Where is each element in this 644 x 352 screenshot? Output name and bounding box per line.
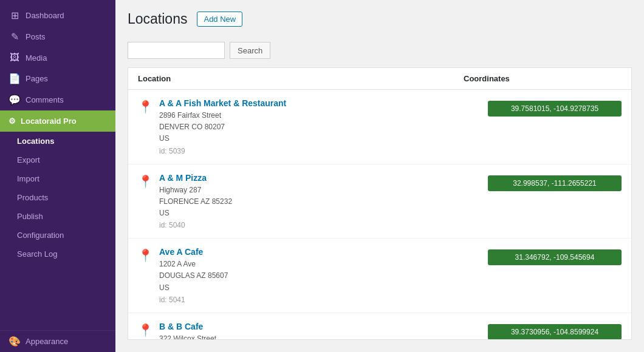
- sidebar-item-locatoraid[interactable]: ⚙ Locatoraid Pro: [0, 110, 115, 132]
- location-info: 📍 A & M Pizza Highway 287 FLORENCE AZ 85…: [138, 173, 488, 230]
- table-header: Location Coordinates: [128, 68, 631, 90]
- table-row: 📍 A & A Fish Market & Restaurant 2896 Fa…: [128, 90, 631, 164]
- table-row: 📍 Ave A Cafe 1202 A Ave DOUGLAS AZ 85607…: [128, 239, 631, 313]
- submenu-item-search-log[interactable]: Search Log: [0, 245, 115, 263]
- location-address: 2896 Fairfax Street DENVER CO 80207 US: [159, 110, 488, 145]
- location-address: Highway 287 FLORENCE AZ 85232 US: [159, 184, 488, 220]
- main-content: Locations Add New Search Location Coordi…: [115, 0, 644, 352]
- location-text: Ave A Cafe 1202 A Ave DOUGLAS AZ 85607 U…: [159, 247, 488, 304]
- search-input[interactable]: [128, 42, 225, 59]
- submenu: Locations Export Import Products Publish…: [0, 132, 115, 263]
- location-id: id: 5040: [159, 221, 488, 229]
- location-info: 📍 Ave A Cafe 1202 A Ave DOUGLAS AZ 85607…: [138, 247, 488, 304]
- locations-table: Location Coordinates 📍 A & A Fish Market…: [128, 67, 632, 340]
- sidebar-top: ⊞ Dashboard ✎ Posts 🖼 Media 📄 Pages 💬 Co…: [0, 0, 115, 268]
- submenu-item-products[interactable]: Products: [0, 188, 115, 207]
- sidebar-bottom: 🎨 Appearance: [0, 330, 115, 352]
- location-name-link[interactable]: A & A Fish Market & Restaurant: [159, 98, 488, 108]
- location-name-link[interactable]: A & M Pizza: [159, 173, 488, 183]
- sidebar-item-pages[interactable]: 📄 Pages: [0, 68, 115, 89]
- page-title: Locations: [128, 11, 187, 27]
- submenu-item-export[interactable]: Export: [0, 151, 115, 169]
- location-id: id: 5041: [159, 296, 488, 304]
- page-header: Locations Add New: [115, 0, 644, 36]
- sidebar-item-appearance[interactable]: 🎨 Appearance: [0, 331, 115, 352]
- sidebar-item-posts[interactable]: ✎ Posts: [0, 26, 115, 47]
- pin-icon: 📍: [138, 323, 153, 337]
- location-address: 1202 A Ave DOUGLAS AZ 85607 US: [159, 259, 488, 294]
- sidebar-item-comments[interactable]: 💬 Comments: [0, 89, 115, 110]
- location-address: 322 Wilcox Street: [159, 333, 488, 340]
- submenu-item-locations[interactable]: Locations: [0, 132, 115, 151]
- location-text: A & M Pizza Highway 287 FLORENCE AZ 8523…: [159, 173, 488, 230]
- comments-icon: 💬: [9, 94, 21, 106]
- pin-icon: 📍: [138, 174, 153, 189]
- coords-badge: 39.7581015, -104.9278735: [488, 101, 622, 117]
- location-text: A & A Fish Market & Restaurant 2896 Fair…: [159, 98, 488, 155]
- col-header-coordinates: Coordinates: [464, 74, 622, 83]
- coords-badge: 31.346792, -109.545694: [488, 249, 622, 265]
- pin-icon: 📍: [138, 100, 153, 114]
- media-icon: 🖼: [9, 52, 21, 63]
- location-id: id: 5039: [159, 147, 488, 155]
- table-row: 📍 B & B Cafe 322 Wilcox Street 39.373095…: [128, 313, 631, 340]
- sidebar-item-media[interactable]: 🖼 Media: [0, 47, 115, 68]
- coords-badge: 39.3730956, -104.8599924: [488, 324, 622, 340]
- appearance-icon: 🎨: [9, 336, 21, 347]
- sidebar: ⊞ Dashboard ✎ Posts 🖼 Media 📄 Pages 💬 Co…: [0, 0, 115, 352]
- submenu-item-import[interactable]: Import: [0, 169, 115, 188]
- locatoraid-icon: ⚙: [9, 117, 16, 126]
- col-header-location: Location: [138, 74, 464, 83]
- posts-icon: ✎: [9, 31, 21, 42]
- location-info: 📍 A & A Fish Market & Restaurant 2896 Fa…: [138, 98, 488, 155]
- search-bar: Search: [115, 36, 644, 67]
- search-button[interactable]: Search: [230, 42, 270, 59]
- location-text: B & B Cafe 322 Wilcox Street: [159, 322, 488, 340]
- table-row: 📍 A & M Pizza Highway 287 FLORENCE AZ 85…: [128, 164, 631, 239]
- dashboard-icon: ⊞: [9, 10, 21, 21]
- pin-icon: 📍: [138, 248, 153, 263]
- coords-badge: 32.998537, -111.2655221: [488, 175, 622, 191]
- submenu-item-configuration[interactable]: Configuration: [0, 226, 115, 245]
- location-name-link[interactable]: B & B Cafe: [159, 322, 488, 331]
- location-name-link[interactable]: Ave A Cafe: [159, 247, 488, 257]
- add-new-button[interactable]: Add New: [197, 12, 242, 27]
- submenu-item-publish[interactable]: Publish: [0, 207, 115, 226]
- pages-icon: 📄: [9, 73, 21, 84]
- sidebar-item-dashboard[interactable]: ⊞ Dashboard: [0, 5, 115, 26]
- location-info: 📍 B & B Cafe 322 Wilcox Street: [138, 322, 488, 340]
